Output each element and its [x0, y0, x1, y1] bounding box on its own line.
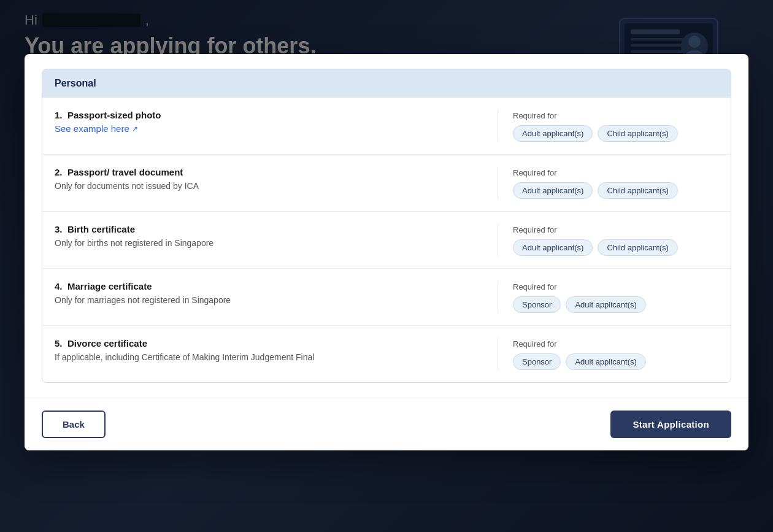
row-left-1: 1. Passport-sized photo See example here…: [55, 110, 498, 134]
badges-3: Adult applicant(s) Child applicant(s): [513, 239, 718, 256]
row-subtitle-3: Only for births not registered in Singap…: [55, 237, 485, 250]
badges-1: Adult applicant(s) Child applicant(s): [513, 125, 718, 142]
table-rows: 1. Passport-sized photo See example here…: [42, 98, 731, 382]
row-right-4: Required for Sponsor Adult applicant(s): [498, 281, 718, 313]
required-for-label-1: Required for: [513, 111, 718, 120]
table-row: 4. Marriage certificate Only for marriag…: [42, 268, 731, 325]
badge-adult-3: Adult applicant(s): [513, 239, 593, 256]
table-row: 5. Divorce certificate If applicable, in…: [42, 325, 731, 382]
required-for-label-2: Required for: [513, 168, 718, 177]
badge-child-1: Child applicant(s): [598, 125, 677, 142]
row-right-3: Required for Adult applicant(s) Child ap…: [498, 224, 718, 256]
badges-4: Sponsor Adult applicant(s): [513, 296, 718, 313]
table-row: 2. Passport/ travel document Only for do…: [42, 154, 731, 211]
modal-footer: Back Start Application: [25, 398, 748, 450]
external-link-icon: ↗: [132, 125, 138, 133]
row-right-5: Required for Sponsor Adult applicant(s): [498, 338, 718, 370]
required-for-label-5: Required for: [513, 339, 718, 349]
row-subtitle-5: If applicable, including Certificate of …: [55, 352, 485, 364]
row-left-5: 5. Divorce certificate If applicable, in…: [55, 338, 498, 364]
back-button[interactable]: Back: [42, 411, 106, 438]
row-subtitle-4: Only for marriages not registered in Sin…: [55, 295, 485, 307]
required-for-label-4: Required for: [513, 282, 718, 291]
row-right-1: Required for Adult applicant(s) Child ap…: [498, 110, 718, 142]
table-row: 1. Passport-sized photo See example here…: [42, 98, 731, 154]
row-right-2: Required for Adult applicant(s) Child ap…: [498, 167, 718, 199]
see-example-link[interactable]: See example here ↗: [55, 123, 138, 134]
badge-sponsor-5: Sponsor: [513, 353, 561, 370]
row-left-2: 2. Passport/ travel document Only for do…: [55, 167, 498, 193]
badge-child-2: Child applicant(s): [598, 182, 677, 199]
row-number-1: 1.: [55, 110, 63, 120]
badge-adult-1: Adult applicant(s): [513, 125, 593, 142]
row-left-4: 4. Marriage certificate Only for marriag…: [55, 281, 498, 307]
modal: Personal 1. Passport-sized photo See exa…: [25, 54, 748, 450]
row-title-1: Passport-sized photo: [67, 110, 161, 120]
modal-body: Personal 1. Passport-sized photo See exa…: [25, 54, 748, 398]
row-title-3: Birth certificate: [67, 224, 135, 234]
documents-table: Personal 1. Passport-sized photo See exa…: [42, 69, 731, 383]
badge-adult-2: Adult applicant(s): [513, 182, 593, 199]
row-subtitle-2: Only for documents not issued by ICA: [55, 180, 485, 193]
row-title-5: Divorce certificate: [67, 338, 147, 349]
row-number-4: 4.: [55, 281, 63, 291]
row-number-5: 5.: [55, 338, 63, 349]
badge-child-3: Child applicant(s): [598, 239, 677, 256]
badges-5: Sponsor Adult applicant(s): [513, 353, 718, 370]
badge-adult-4: Adult applicant(s): [566, 296, 645, 313]
row-number-3: 3.: [55, 224, 63, 234]
badge-sponsor-4: Sponsor: [513, 296, 561, 313]
row-title-2: Passport/ travel document: [67, 167, 183, 177]
badge-adult-5: Adult applicant(s): [566, 353, 645, 370]
row-left-3: 3. Birth certificate Only for births not…: [55, 224, 498, 250]
required-for-label-3: Required for: [513, 225, 718, 234]
section-title: Personal: [55, 78, 96, 88]
row-number-2: 2.: [55, 167, 63, 177]
table-row: 3. Birth certificate Only for births not…: [42, 211, 731, 268]
row-title-4: Marriage certificate: [67, 281, 152, 291]
start-application-button[interactable]: Start Application: [610, 411, 731, 438]
badges-2: Adult applicant(s) Child applicant(s): [513, 182, 718, 199]
section-header: Personal: [42, 69, 731, 98]
